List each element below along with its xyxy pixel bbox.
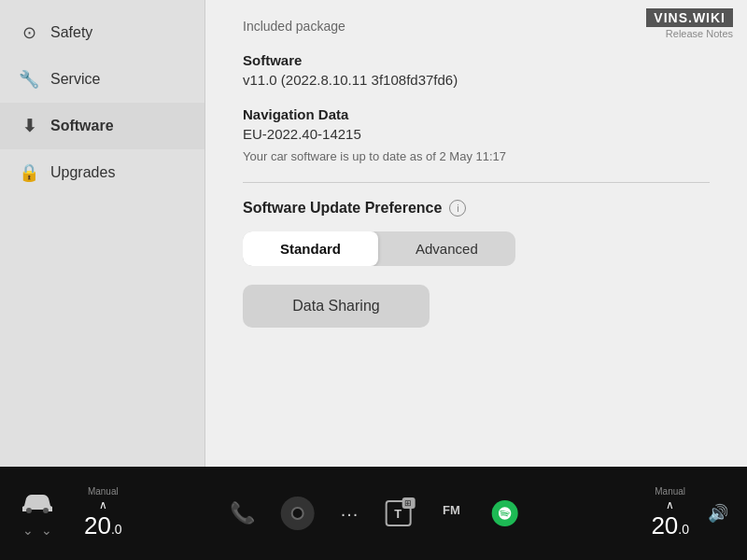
volume-icon[interactable]: 🔊 — [708, 503, 728, 524]
included-label: Included package — [243, 19, 710, 34]
svg-point-1 — [43, 508, 49, 513]
vins-logo: VINS.WIKI — [646, 8, 733, 27]
sidebar: ⊙ Safety 🔧 Service ⬇ Software 🔒 Upgrades — [0, 0, 205, 467]
right-temp-decimal: .0 — [678, 522, 689, 537]
sidebar-label-safety: Safety — [50, 24, 92, 41]
t-icon[interactable]: T ⊞ — [385, 500, 411, 526]
safety-icon: ⊙ — [19, 22, 39, 43]
taskbar-right: Manual ∧ 20 .0 🔊 — [651, 486, 728, 540]
sidebar-item-upgrades[interactable]: 🔒 Upgrades — [0, 149, 204, 196]
main-area: ⊙ Safety 🔧 Service ⬇ Software 🔒 Upgrades… — [0, 0, 747, 467]
standard-button[interactable]: Standard — [243, 231, 378, 266]
advanced-button[interactable]: Advanced — [378, 231, 515, 266]
sidebar-item-software[interactable]: ⬇ Software — [0, 103, 204, 149]
spotify-icon[interactable] — [491, 500, 517, 526]
svg-point-0 — [26, 508, 32, 513]
sidebar-label-software: Software — [50, 118, 114, 134]
left-temp-chevron: ∧ — [99, 498, 107, 511]
more-icon[interactable]: ··· — [341, 503, 359, 525]
upgrades-icon: 🔒 — [19, 162, 39, 183]
taskbar-center: 📞 ··· T ⊞ FM — [230, 497, 518, 530]
car-icon-wrap: ⌄ ⌄ — [19, 489, 56, 538]
software-value: v11.0 (2022.8.10.11 3f108fd37fd6) — [243, 72, 710, 88]
preference-label: Software Update Preference — [243, 200, 442, 217]
update-note: Your car software is up to date as of 2 … — [243, 149, 710, 163]
sidebar-item-safety[interactable]: ⊙ Safety — [0, 9, 204, 56]
divider — [243, 182, 710, 183]
phone-icon[interactable]: 📞 — [230, 501, 255, 525]
vins-sub: Release Notes — [646, 28, 733, 39]
camera-button[interactable] — [281, 497, 315, 530]
watermark: VINS.WIKI Release Notes — [646, 9, 733, 39]
sidebar-label-upgrades: Upgrades — [50, 164, 115, 181]
info-icon[interactable]: i — [449, 200, 466, 217]
right-temp-value: 20 — [651, 511, 678, 540]
left-temp-decimal: .0 — [111, 522, 122, 537]
camera-dot — [291, 507, 304, 520]
screen: ⊙ Safety 🔧 Service ⬇ Software 🔒 Upgrades… — [0, 0, 747, 560]
software-section: Software v11.0 (2022.8.10.11 3f108fd37fd… — [243, 52, 710, 88]
right-temp-display: Manual ∧ 20 .0 — [651, 486, 689, 540]
left-temp-display: Manual ∧ 20 .0 — [84, 486, 122, 540]
taskbar: ⌄ ⌄ Manual ∧ 20 .0 📞 — [0, 467, 747, 560]
car-icon — [19, 489, 56, 515]
software-icon: ⬇ — [19, 116, 39, 136]
data-sharing-button[interactable]: Data Sharing — [243, 285, 430, 328]
update-preference-toggle: Standard Advanced — [243, 231, 515, 266]
sidebar-label-service: Service — [50, 71, 100, 88]
service-icon: 🔧 — [19, 69, 39, 90]
left-temp-label: Manual — [88, 486, 119, 497]
content-area: VINS.WIKI Release Notes Included package… — [205, 0, 747, 467]
taskbar-left: ⌄ ⌄ Manual ∧ 20 .0 — [19, 486, 122, 540]
nav-value: EU-2022.40-14215 — [243, 126, 710, 142]
right-temp-chevron: ∧ — [666, 498, 674, 511]
software-label: Software — [243, 52, 710, 68]
preference-row: Software Update Preference i — [243, 200, 710, 217]
nav-label: Navigation Data — [243, 106, 710, 122]
sidebar-item-service[interactable]: 🔧 Service — [0, 56, 204, 103]
left-temp-value: 20 — [84, 511, 111, 540]
nav-section: Navigation Data EU-2022.40-14215 Your ca… — [243, 106, 710, 163]
fm-icon[interactable]: FM — [437, 504, 465, 524]
right-temp-label: Manual — [655, 486, 685, 497]
